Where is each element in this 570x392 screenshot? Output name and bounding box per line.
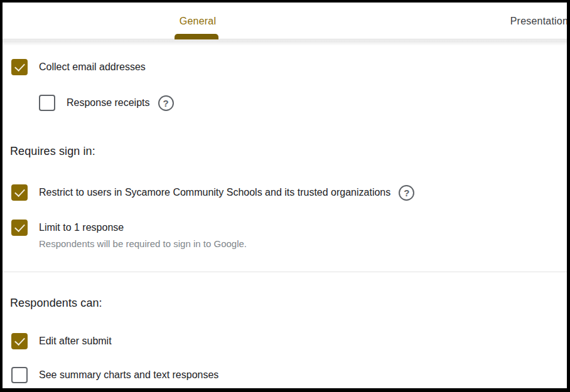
row-edit-after-submit: Edit after submit [11, 333, 112, 349]
see-summary-label[interactable]: See summary charts and text responses [39, 367, 218, 383]
collect-email-checkbox[interactable] [11, 59, 28, 75]
row-collect-email: Collect email addresses [11, 59, 146, 75]
response-receipts-label[interactable]: Response receipts [67, 95, 150, 111]
respondents-can-heading: Respondents can: [10, 297, 102, 310]
requires-sign-in-heading: Requires sign in: [10, 145, 95, 158]
row-limit-response: Limit to 1 response Respondents will be … [11, 220, 247, 250]
active-tab-indicator [175, 34, 218, 40]
help-icon[interactable]: ? [158, 95, 174, 111]
limit-response-subtext: Respondents will be required to sign in … [39, 238, 247, 250]
see-summary-checkbox[interactable] [11, 367, 28, 383]
tabbar-shadow [3, 40, 567, 46]
restrict-users-label[interactable]: Restrict to users in Sycamore Community … [39, 184, 390, 201]
edit-after-submit-checkbox[interactable] [11, 333, 28, 349]
limit-response-label[interactable]: Limit to 1 response [39, 220, 247, 236]
row-see-summary: See summary charts and text responses [11, 367, 218, 383]
edit-after-submit-label[interactable]: Edit after submit [39, 333, 112, 349]
tab-presentation[interactable]: Presentation [510, 3, 568, 40]
restrict-users-checkbox[interactable] [11, 184, 28, 201]
row-restrict-users: Restrict to users in Sycamore Community … [11, 184, 414, 201]
help-icon[interactable]: ? [399, 185, 414, 201]
response-receipts-checkbox[interactable] [39, 95, 55, 111]
row-response-receipts: Response receipts ? [39, 95, 174, 111]
limit-response-checkbox[interactable] [11, 220, 28, 236]
settings-dialog: General Presentation Collect email addre… [0, 0, 570, 392]
settings-tabbar: General Presentation [3, 3, 567, 40]
collect-email-label[interactable]: Collect email addresses [39, 59, 146, 75]
section-divider [3, 272, 567, 272]
